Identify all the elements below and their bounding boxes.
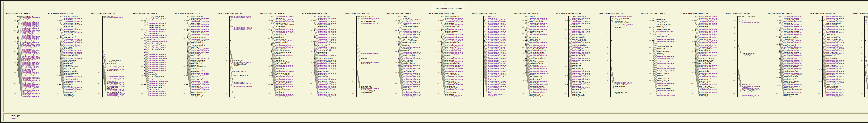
marker-label: wsnp_BG604404B_Ta_2_1: [445, 82, 459, 83]
marker-label: SpringWheatNAM_tag_62700-6B: [699, 76, 717, 77]
linkage-group: Wheat-2018-NAM14-BxPI70613_1D10305070901…: [91, 1, 133, 123]
marker-label: SpringWheatNAM_tag_66105-2D: [234, 62, 251, 63]
marker-label: SpringWheatNAM_tag_65571-2A: [149, 64, 166, 65]
marker-label: SpringWheatNAM_tag_38486-7A: [784, 32, 801, 33]
marker-label: SpringWheatNAM_tag_8536-2A: [149, 93, 166, 94]
marker-label: BS00063990_51: [657, 53, 665, 54]
marker-label: BS00045568_51: [64, 84, 72, 85]
marker-label: wsnp_JD_c2623_3541255: [318, 50, 332, 51]
marker-label: Excalibur_c41898_218: [572, 37, 585, 38]
marker-label: wsnp_Ku_c9014_15193623: [64, 55, 79, 56]
marker-label: SpringWheatNAM_tag_150439-2D: [234, 86, 252, 87]
marker-label: SpringWheatNAM_tag_150119-4D: [488, 74, 506, 75]
marker-label: SpringWheatNAM_tag_60888-4A: [403, 57, 420, 58]
marker-label: SpringWheatNAM_tag_17642-3A: [276, 31, 293, 32]
marker-label: SpringWheatNAM_tag_7941-6B: [699, 45, 716, 46]
marker-label: wsnp_BE498662B_Ta_2_1: [826, 27, 840, 29]
marker-label: wsnp_Ex_c9091_15135511: [64, 73, 79, 74]
marker-label: RFL_Contig1015_580: [699, 63, 711, 64]
marker-label: GENE-1756_115: [64, 37, 72, 38]
marker-label: GENE-4534_415: [572, 66, 581, 67]
marker-label: SpringWheatNAM_tag_267339-3D: [361, 62, 379, 63]
marker-label: Kukri_c36026_68: [191, 53, 201, 54]
marker-label: SpringWheatNAM_tag_68978-6B: [699, 84, 717, 85]
marker-label: Ku_c8353_937: [699, 53, 707, 54]
marker-label: SpringWheatNAM_tag_151211-7A: [784, 58, 802, 59]
marker-label: SpringWheatNAM_tag_70338-3B: [318, 66, 336, 67]
marker-label: SpringWheatNAM_tag_71261-1B: [64, 81, 82, 82]
marker-label: SpringWheatNAM_tag_316221-4D: [488, 24, 506, 25]
marker-label: wsnp_JD_c6544_7697578: [22, 65, 35, 66]
marker-label: SpringWheatNAM_tag_223030-5A: [530, 84, 548, 85]
marker-label: SpringWheatNAM_tag_51968-1B: [64, 87, 82, 88]
marker-label: SpringWheatNAM_tag_68741-2B: [191, 29, 209, 30]
marker-label: SpringWheatNAM_tag_71838-4D: [488, 57, 505, 58]
marker-label: SpringWheatNAM_tag_43144-4A: [403, 79, 420, 80]
marker-label: RAC875_c31133_77: [318, 92, 329, 93]
marker-label: SpringWheatNAM_tag_72252-2D: [234, 29, 251, 30]
marker-label: SpringWheatNAM_tag_72583-6B: [699, 52, 717, 53]
marker-label: Kukri_c46030_412: [64, 95, 74, 96]
marker-label: SpringWheatNAM_tag_67069-2A: [149, 31, 166, 32]
marker-label: SpringWheatNAM_tag_67041-4D: [488, 91, 505, 92]
marker-label: wsnp_Ku_rep_c110993_94857161: [784, 74, 802, 75]
marker-label: RAC875_c42186_335: [318, 71, 329, 72]
marker-label: SpringWheatNAM_tag_150413-4D: [488, 29, 506, 30]
marker-label: SpringWheatNAM_tag_40138-6A: [657, 90, 675, 91]
marker-label: BS00067097_51: [64, 26, 72, 27]
marker-label: SpringWheatNAM_tag_66063-6A: [657, 58, 675, 59]
marker-label: SpringWheatNAM_tag_63628-6B: [699, 47, 717, 48]
marker-label: BobWhite_c4264_200: [488, 60, 499, 61]
marker-label: SpringWheatNAM_tag_13820-4B: [445, 18, 463, 19]
marker-label: Kukri_c25978_561: [149, 89, 159, 90]
marker-label: SpringWheatNAM_tag_338-7A: [784, 86, 800, 87]
linkage-group: Wheat-2018-NAM14-BxPI70613_2D19172533414…: [218, 1, 260, 123]
marker-label: wsnp_Ex_c1090_3200704: [742, 16, 755, 17]
marker-label: SpringWheatNAM_tag_71709-6B: [699, 68, 717, 69]
marker-label: RAC875_rep_c113906_294: [318, 57, 333, 58]
marker-label: Excalibur_c4570_451: [615, 84, 627, 85]
marker-label: Kukri_c9578_2045: [403, 39, 413, 40]
marker-label: SpringWheatNAM_tag_20684-2A: [149, 37, 166, 38]
marker-label: BS00061125_51: [361, 58, 369, 59]
marker-label: RAC875_rep_c69508_215: [106, 83, 120, 84]
marker-label: SpringWheatNAM_tag_267677-4D: [488, 70, 506, 71]
marker-label: SpringWheatNAM_tag_69991-6B: [699, 41, 717, 42]
marker-label: SpringWheatNAM_tag_201134-3B: [318, 48, 336, 49]
marker-label: RFL_Contig5917_3182: [234, 71, 246, 72]
marker-label: SpringWheatNAM_tag_41851-6D: [742, 95, 759, 96]
marker-label: SpringWheatNAM_tag_149845-3A: [276, 95, 294, 96]
marker-label: SpringWheatNAM_tag_14730-3B: [318, 21, 336, 22]
marker-label: SpringWheatNAM_tag_317156-6A: [657, 66, 675, 67]
marker-label: BS00031098_51: [191, 94, 199, 95]
marker-label: SpringWheatNAM_tag_79877-3D: [361, 23, 378, 24]
linkage-group: Wheat-2018-NAM14-BxPI70613_5B10305070901…: [556, 1, 599, 123]
marker-label: SpringWheatNAM_tag_27273-4B: [445, 45, 463, 46]
marker-label: wsnp_Ku_c2376_4562448: [784, 66, 798, 67]
marker-label: SpringWheatNAM_tag_343733-5B: [572, 31, 590, 32]
marker-label: SpringWheatNAM_tag_18729-6B: [699, 44, 717, 45]
marker-label: SpringWheatNAM_tag_44453-1A: [22, 40, 39, 41]
marker-label: SpringWheatNAM_tag_149950-7A: [784, 68, 802, 69]
linkage-group: Wheat-2018-NAM14-BxPI70613_1B10305070901…: [48, 1, 91, 123]
marker-label: wsnp_Ex_c3136_5798236: [530, 86, 544, 87]
marker-label: BS00065222_51: [445, 94, 454, 95]
marker-label: Ex_c864_653: [403, 18, 410, 19]
marker-label: SpringWheatNAM_tag_20631-6B: [699, 29, 717, 30]
marker-label: SpringWheatNAM_tag_22734-1B: [64, 27, 82, 29]
marker-label: RAC875_c4128_926: [826, 52, 837, 53]
marker-label: Kukri_c63460_739: [403, 60, 413, 61]
marker-label: BS00066873_51: [826, 55, 835, 56]
marker-label: SpringWheatNAM_tag_32169-5A: [530, 53, 547, 54]
marker-label: SpringWheatNAM_tag_250640-5A: [530, 50, 548, 51]
marker-label: SpringWheatNAM_tag_68367-1A: [22, 31, 39, 32]
marker-label: SpringWheatNAM_tag_48793-4A: [403, 32, 420, 33]
marker-label: Ku_c815_1960: [64, 65, 72, 66]
marker-label: Tdurum_contig61970_835: [699, 39, 713, 40]
marker-label: Ex_c2840_1013: [22, 18, 30, 19]
marker-label: Kukri_c50086_537: [64, 47, 74, 48]
marker-label: SpringWheatNAM_tag_38012-4B: [445, 79, 463, 80]
marker-label: Excalibur_c15696_1280: [191, 60, 205, 61]
marker-label: Excalibur_c13572_1025: [657, 17, 671, 18]
marker-label: SpringWheatNAM_tag_71066-3A: [276, 55, 293, 56]
